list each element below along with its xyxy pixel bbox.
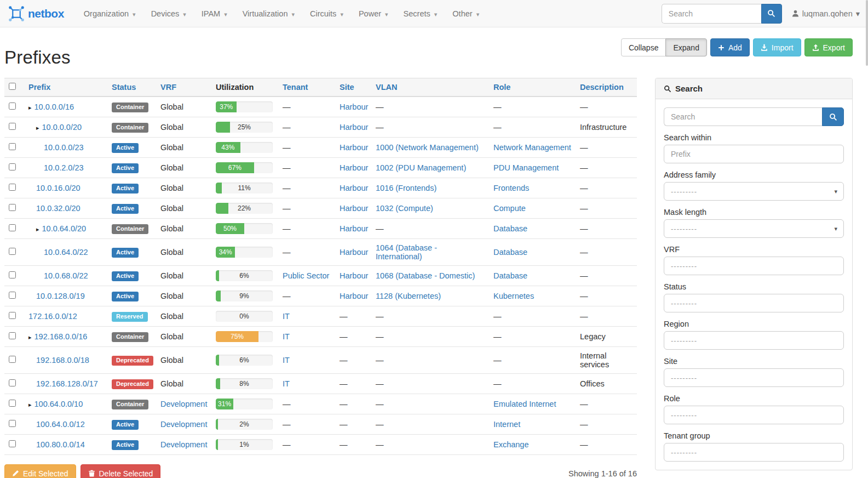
row-checkbox[interactable] (9, 224, 16, 231)
export-button[interactable]: Export (804, 38, 853, 56)
expand-button[interactable]: Expand (665, 38, 706, 56)
sort-status[interactable]: Status (112, 83, 136, 92)
expand-arrow-icon[interactable]: ▸ (28, 334, 32, 340)
site-link[interactable]: Harbour (340, 271, 368, 280)
vlan-link[interactable]: 1064 (Database - International) (376, 243, 437, 261)
user-menu[interactable]: luqman.qohen ▾ (792, 9, 860, 18)
prefix-link[interactable]: 10.0.32.0/20 (36, 204, 81, 213)
prefix-link[interactable]: 10.0.2.0/23 (44, 163, 84, 172)
sort-site[interactable]: Site (340, 83, 354, 92)
vrf-link[interactable]: Development (160, 440, 207, 449)
row-checkbox[interactable] (9, 379, 16, 386)
nav-menu-devices[interactable]: Devices ▾ (143, 1, 194, 26)
filter-select[interactable]: --------- (664, 443, 844, 462)
row-checkbox[interactable] (9, 103, 16, 110)
row-checkbox[interactable] (9, 143, 16, 150)
sort-description[interactable]: Description (580, 83, 624, 92)
row-checkbox[interactable] (9, 420, 16, 427)
sort-vrf[interactable]: VRF (160, 83, 176, 92)
role-link[interactable]: Emulated Internet (493, 400, 556, 408)
edit-selected-button[interactable]: Edit Selected (4, 464, 76, 478)
site-link[interactable]: Harbour (340, 103, 368, 111)
site-link[interactable]: Harbour (340, 123, 368, 132)
expand-arrow-icon[interactable]: ▸ (28, 401, 32, 408)
role-link[interactable]: PDU Management (493, 163, 559, 172)
role-link[interactable]: Database (493, 248, 527, 257)
vrf-link[interactable]: Development (160, 400, 207, 408)
nav-menu-ipam[interactable]: IPAM ▾ (194, 1, 235, 26)
row-checkbox[interactable] (9, 400, 16, 407)
filter-search-input[interactable] (664, 107, 822, 126)
row-checkbox[interactable] (9, 312, 16, 319)
prefix-link[interactable]: 192.168.128.0/17 (36, 379, 98, 388)
vlan-link[interactable]: 1016 (Frontends) (376, 184, 436, 192)
prefix-link[interactable]: 100.80.0.0/14 (36, 440, 85, 449)
row-checkbox[interactable] (9, 123, 16, 130)
site-link[interactable]: Harbour (340, 184, 368, 192)
netbox-logo[interactable]: netbox (8, 5, 64, 22)
nav-menu-organization[interactable]: Organization ▾ (76, 1, 143, 26)
navbar-search-input[interactable] (662, 4, 761, 24)
filter-select[interactable]: --------- (664, 294, 844, 312)
vlan-link[interactable]: 1068 (Database - Domestic) (376, 271, 475, 280)
row-checkbox[interactable] (9, 184, 16, 191)
site-link[interactable]: Harbour (340, 204, 368, 213)
tenant-link[interactable]: IT (283, 356, 290, 365)
prefix-link[interactable]: 10.0.0.0/16 (35, 103, 74, 111)
prefix-link[interactable]: 192.168.0.0/16 (35, 332, 88, 341)
site-link[interactable]: Harbour (340, 292, 368, 300)
nav-menu-other[interactable]: Other ▾ (445, 1, 487, 26)
prefix-link[interactable]: 10.0.16.0/20 (36, 184, 81, 192)
prefix-link[interactable]: 10.0.0.0/20 (42, 123, 82, 132)
prefix-link[interactable]: 10.0.64.0/22 (44, 248, 88, 257)
row-checkbox[interactable] (9, 163, 16, 170)
add-button[interactable]: Add (710, 38, 750, 56)
scrollbar[interactable] (866, 0, 868, 66)
vlan-link[interactable]: 1002 (PDU Management) (376, 163, 466, 172)
nav-menu-secrets[interactable]: Secrets ▾ (396, 1, 445, 26)
prefix-link[interactable]: 10.0.68.0/22 (44, 271, 88, 280)
row-checkbox[interactable] (9, 332, 16, 339)
site-link[interactable]: Harbour (340, 143, 368, 152)
filter-input[interactable] (671, 150, 837, 158)
vlan-link[interactable]: 1000 (Network Management) (376, 143, 479, 152)
role-link[interactable]: Compute (493, 204, 526, 213)
role-link[interactable]: Database (493, 271, 527, 280)
expand-arrow-icon[interactable]: ▸ (28, 104, 32, 111)
prefix-link[interactable]: 100.64.0.0/12 (36, 420, 85, 429)
prefix-link[interactable]: 10.0.0.0/23 (44, 143, 84, 152)
role-link[interactable]: Frontends (493, 184, 529, 192)
sort-role[interactable]: Role (493, 83, 510, 92)
sort-prefix[interactable]: Prefix (28, 83, 50, 92)
site-link[interactable]: Harbour (340, 224, 368, 233)
filter-select[interactable]: --------- (664, 368, 844, 387)
role-link[interactable]: Database (493, 224, 527, 233)
vlan-link[interactable]: 1032 (Compute) (376, 204, 433, 213)
row-checkbox[interactable] (9, 271, 16, 278)
filter-select[interactable]: --------- (664, 406, 844, 424)
expand-arrow-icon[interactable]: ▸ (36, 226, 39, 232)
role-link[interactable]: Kubernetes (493, 292, 534, 300)
filter-search-button[interactable] (822, 107, 844, 126)
filter-select[interactable]: ---------▾ (664, 182, 844, 201)
role-link[interactable]: Network Management (493, 143, 571, 152)
collapse-button[interactable]: Collapse (621, 38, 666, 56)
expand-arrow-icon[interactable]: ▸ (36, 124, 39, 131)
prefix-link[interactable]: 10.0.128.0/19 (36, 292, 85, 300)
filter-select[interactable]: ---------▾ (664, 219, 844, 238)
prefix-link[interactable]: 100.64.0.0/10 (35, 400, 83, 408)
row-checkbox[interactable] (9, 440, 16, 447)
site-link[interactable]: Harbour (340, 163, 368, 172)
prefix-link[interactable]: 172.16.0.0/12 (28, 312, 77, 321)
sort-tenant[interactable]: Tenant (283, 83, 308, 92)
site-link[interactable]: Harbour (340, 248, 368, 257)
tenant-link[interactable]: Public Sector (283, 271, 329, 280)
delete-selected-button[interactable]: Delete Selected (81, 464, 161, 478)
import-button[interactable]: Import (753, 38, 801, 56)
tenant-link[interactable]: IT (283, 379, 290, 388)
nav-menu-power[interactable]: Power ▾ (351, 1, 396, 26)
row-checkbox[interactable] (9, 204, 16, 211)
tenant-link[interactable]: IT (283, 332, 290, 341)
role-link[interactable]: Internet (493, 420, 520, 429)
filter-select[interactable]: --------- (664, 331, 844, 350)
